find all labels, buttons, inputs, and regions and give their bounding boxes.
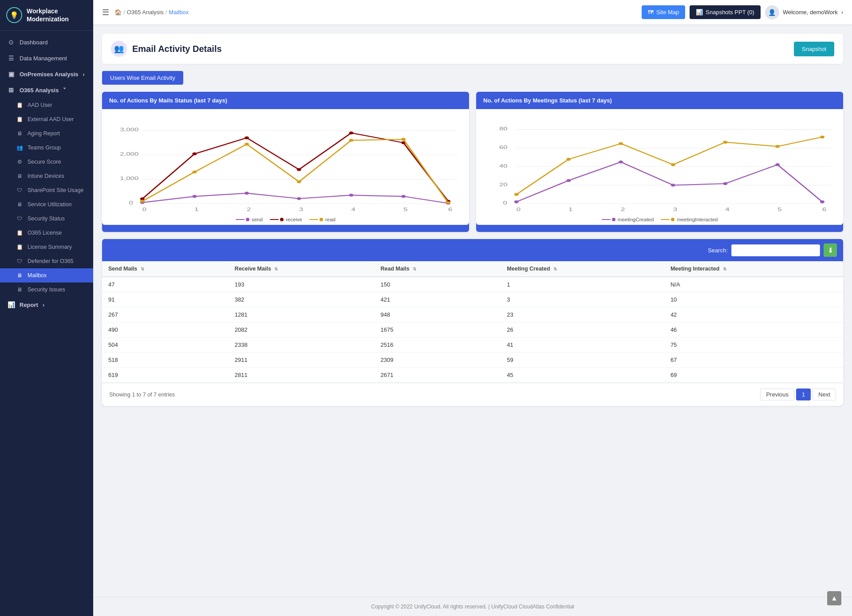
scroll-top-button[interactable]: ▲ xyxy=(827,591,841,605)
sidebar-subitem-secure-score[interactable]: ⚙ Secure Score xyxy=(0,155,93,169)
table-row: 490208216752646 xyxy=(102,322,843,337)
mails-chart-legend: send receive xyxy=(106,213,465,222)
svg-text:40: 40 xyxy=(499,163,508,169)
col-meeting-interacted[interactable]: Meeting Interacted ⇅ xyxy=(664,261,843,277)
sidebar-subitem-teams-group[interactable]: 👥 Teams Group xyxy=(0,141,93,155)
svg-text:1,000: 1,000 xyxy=(120,176,138,181)
snapshot-button[interactable]: Snapshot xyxy=(794,42,834,56)
table-row: 619281126714569 xyxy=(102,368,843,383)
col-receive-mails[interactable]: Receive Mails ⇅ xyxy=(229,261,375,277)
svg-point-56 xyxy=(671,184,675,187)
sidebar-nav: ⊙ Dashboard ☰ Data Management ▣ OnPremis… xyxy=(0,31,93,616)
svg-point-17 xyxy=(245,192,249,195)
snapshots-button[interactable]: 📊 Snapshots PPT (0) xyxy=(690,5,761,19)
breadcrumb-mailbox[interactable]: Mailbox xyxy=(169,9,189,16)
home-icon[interactable]: 🏠 xyxy=(114,9,122,16)
svg-text:4: 4 xyxy=(351,207,355,212)
svg-point-30 xyxy=(192,171,197,174)
site-map-button[interactable]: 🗺 Site Map xyxy=(642,5,685,19)
sidebar-subitem-aging-report[interactable]: 🖥 Aging Report xyxy=(0,126,93,141)
sidebar-subitem-external-aad[interactable]: 📋 External AAD User xyxy=(0,112,93,126)
page-1-button[interactable]: 1 xyxy=(796,388,811,400)
svg-point-60 xyxy=(514,193,519,196)
sidebar-subitem-security-status[interactable]: 🛡 Security Status xyxy=(0,212,93,226)
meetings-chart-card: No. of Actions By Meetings Status (last … xyxy=(476,92,843,232)
sidebar-item-report[interactable]: 📊 Report › xyxy=(0,297,93,313)
menu-icon[interactable]: ☰ xyxy=(102,8,109,17)
sort-send-icon: ⇅ xyxy=(141,267,144,271)
cell-receive: 2338 xyxy=(229,337,375,353)
col-send-mails[interactable]: Send Mails ⇅ xyxy=(102,261,229,277)
users-wise-tab[interactable]: Users Wise Email Activity xyxy=(102,71,183,85)
cell-meeting_created: 3 xyxy=(501,292,664,307)
cell-read: 421 xyxy=(374,292,501,307)
user-info[interactable]: 👤 Welcome, demoWork › xyxy=(765,5,843,20)
cell-meeting_interacted: 75 xyxy=(664,337,843,353)
svg-point-32 xyxy=(297,180,301,184)
sidebar-item-o365[interactable]: ⊞ O365 Analysis ˅ xyxy=(0,82,93,98)
cell-meeting_interacted: 42 xyxy=(664,307,843,322)
svg-text:60: 60 xyxy=(499,145,508,150)
intune-devices-icon: 🖥 xyxy=(16,173,23,180)
sidebar-subitem-aad-user[interactable]: 📋 AAD User xyxy=(0,98,93,112)
svg-point-66 xyxy=(820,136,824,139)
svg-point-34 xyxy=(401,138,406,141)
sidebar-subitem-service-utilization[interactable]: 🖥 Service Utilization xyxy=(0,197,93,212)
data-table-card: Search: ⬇ Send Mails ⇅ xyxy=(102,239,843,406)
svg-text:20: 20 xyxy=(499,182,508,187)
page-title: Email Activity Details xyxy=(132,44,222,54)
cell-meeting_interacted: N/A xyxy=(664,277,843,292)
sidebar-item-on-premises[interactable]: ▣ OnPremises Analysis › xyxy=(0,66,93,82)
sidebar-subitem-intune-devices[interactable]: 🖥 Intune Devices xyxy=(0,169,93,183)
sidebar-subitem-o365-license[interactable]: 📋 O365 License xyxy=(0,226,93,240)
breadcrumb-o365[interactable]: O365 Analysis xyxy=(127,9,164,16)
svg-point-55 xyxy=(619,161,623,164)
legend-meeting-created: meetingCreated xyxy=(602,217,654,222)
sidebar-subitem-security-issues[interactable]: 🖥 Security Issues xyxy=(0,282,93,297)
dashboard-icon: ⊙ xyxy=(7,38,15,46)
legend-receive: receive xyxy=(270,217,302,222)
sidebar-subitem-license-summary[interactable]: 📋 License Summary xyxy=(0,240,93,254)
svg-point-29 xyxy=(140,200,145,203)
sidebar-item-dashboard[interactable]: ⊙ Dashboard xyxy=(0,34,93,50)
table-row: 504233825164175 xyxy=(102,337,843,353)
table-header: Search: ⬇ xyxy=(102,239,843,261)
svg-text:1: 1 xyxy=(568,207,572,212)
legend-send: send xyxy=(236,217,263,222)
page-title-wrapper: 👥 Email Activity Details xyxy=(111,41,222,57)
sidebar-item-data-management[interactable]: ☰ Data Management xyxy=(0,50,93,66)
o365-chevron: ˅ xyxy=(63,87,66,94)
on-premises-icon: ▣ xyxy=(7,70,15,78)
svg-point-64 xyxy=(723,141,727,144)
col-read-mails[interactable]: Read Mails ⇅ xyxy=(374,261,501,277)
sort-read-icon: ⇅ xyxy=(413,267,416,271)
col-meeting-created[interactable]: Meeting Created ⇅ xyxy=(501,261,664,277)
main-area: ☰ 🏠 / O365 Analysis / Mailbox 🗺 Site Map… xyxy=(93,0,852,616)
svg-point-23 xyxy=(192,153,197,156)
cell-read: 2671 xyxy=(374,368,501,383)
svg-point-59 xyxy=(820,200,824,204)
search-input[interactable] xyxy=(731,244,820,256)
next-button[interactable]: Next xyxy=(813,388,836,400)
svg-point-25 xyxy=(297,168,301,171)
svg-point-20 xyxy=(401,195,406,198)
teams-group-icon: 👥 xyxy=(16,144,23,151)
svg-point-26 xyxy=(349,132,353,135)
svg-text:0: 0 xyxy=(142,207,146,212)
cell-receive: 2811 xyxy=(229,368,375,383)
prev-button[interactable]: Previous xyxy=(760,388,794,400)
export-button[interactable]: ⬇ xyxy=(824,243,837,257)
logo-icon: 💡 xyxy=(6,7,22,23)
sidebar-subitem-defender[interactable]: 🛡 Defender for O365 xyxy=(0,254,93,268)
aad-user-icon: 📋 xyxy=(16,102,23,109)
svg-text:0: 0 xyxy=(503,200,507,205)
svg-text:80: 80 xyxy=(499,126,508,131)
svg-text:5: 5 xyxy=(777,207,781,212)
table-showing-info: Showing 1 to 7 of 7 entries xyxy=(109,392,175,398)
cell-send: 91 xyxy=(102,292,229,307)
svg-point-19 xyxy=(349,194,353,197)
sidebar-subitem-sharepoint[interactable]: 🛡 SharePoint Site Usage xyxy=(0,183,93,197)
svg-text:1: 1 xyxy=(194,207,198,212)
svg-text:5: 5 xyxy=(403,207,407,212)
sidebar-subitem-mailbox[interactable]: 🖥 Mailbox xyxy=(0,268,93,282)
